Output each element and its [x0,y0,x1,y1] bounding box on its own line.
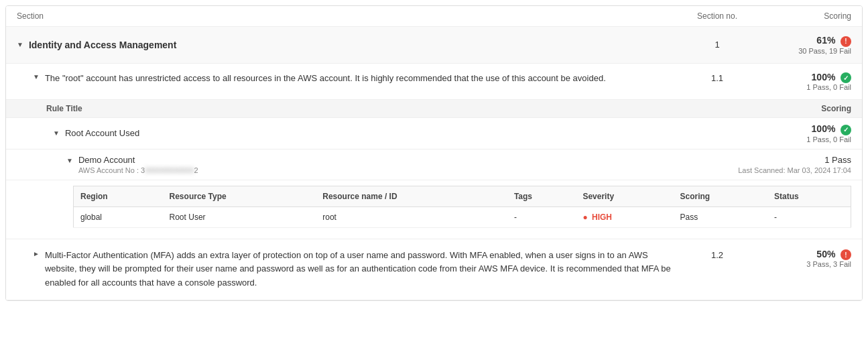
cell-severity: ● HIGH [576,206,673,227]
col-scoring: Scoring [673,186,767,206]
section-1-badge: ! [841,36,851,47]
rule-row: ▼ Root Account Used 100% ✓ 1 Pass, 0 Fai… [6,118,862,149]
cell-status: - [767,206,851,227]
account-row: ▼ Demo Account AWS Account No : 3XXXXXXX… [6,149,862,180]
resource-table: Region Resource Type Resource name / ID … [73,186,851,228]
subsection-11-badge: ✓ [841,72,851,83]
subsection-12-row: ► Multi-Factor Authentication (MFA) adds… [6,239,862,300]
severity-dot: ● [582,213,587,222]
account-pass-count: 1 Pass [738,155,851,165]
account-number-suffix: 2 [194,166,198,174]
subsection-12-pass-fail: 3 Pass, 3 Fail [757,260,851,268]
cell-tags: - [507,206,576,227]
account-number-blurred: XXXXXXXXXX [145,166,194,174]
rule-header-row: Rule Title Scoring [6,100,862,118]
subsection-11-text: The "root" account has unrestricted acce… [45,72,677,85]
subsection-11-number: 1.1 [677,72,757,83]
col-tags: Tags [507,186,576,206]
section-1-pct: 61% [816,35,835,46]
cell-region: global [74,206,163,227]
account-number: AWS Account No : 3XXXXXXXXXX2 [78,166,738,174]
section-1-number: 1 [677,40,757,50]
account-chevron[interactable]: ▼ [66,157,73,164]
header-section-no: Section no. [677,11,757,21]
subsection-12-description: Multi-Factor Authentication (MFA) adds a… [45,250,671,288]
section-1-title: Identity and Access Management [29,40,677,50]
col-severity: Severity [576,186,673,206]
subsection-11-pass-fail: 1 Pass, 0 Fail [757,83,851,91]
rule-scoring: 100% ✓ 1 Pass, 0 Fail [757,123,851,143]
subsection-11-pct: 100% [812,72,836,82]
rule-pass-fail: 1 Pass, 0 Fail [757,135,851,143]
table-header-row: Region Resource Type Resource name / ID … [74,186,851,206]
section-1-row: ▼ Identity and Access Management 1 61% !… [6,27,862,64]
account-last-scanned: Last Scanned: Mar 03, 2024 17:04 [738,166,851,174]
col-resource-name: Resource name / ID [316,186,507,206]
subsection-12-scoring: 50% ! 3 Pass, 3 Fail [757,249,851,269]
header-section: Section [17,11,677,21]
subsection-11-description: The "root" account has unrestricted acce… [45,73,606,83]
header-scoring: Scoring [757,11,851,21]
section-1-chevron[interactable]: ▼ [17,41,23,48]
account-number-prefix: AWS Account No : 3 [78,166,145,174]
subsection-12-text: Multi-Factor Authentication (MFA) adds a… [45,249,677,290]
subsection-11-row: ▼ The "root" account has unrestricted ac… [6,64,862,101]
subsection-11-scoring: 100% ✓ 1 Pass, 0 Fail [757,72,851,92]
rule-badge: ✓ [841,125,851,135]
account-name: Demo Account [78,155,738,165]
subsection-12-number: 1.2 [677,249,757,260]
cell-resource-type: Root User [163,206,316,227]
rule-pct: 100% [812,123,836,134]
col-status: Status [767,186,851,206]
section-1-pass-fail: 30 Pass, 19 Fail [757,47,851,55]
resource-table-container: Region Resource Type Resource name / ID … [6,180,862,239]
subsection-11-chevron[interactable]: ▼ [33,73,40,80]
subsection-12-pct: 50% [816,249,835,259]
section-1-scoring: 61% ! 30 Pass, 19 Fail [757,35,851,55]
cell-resource-name: root [316,206,507,227]
subsection-12-badge: ! [841,249,851,260]
col-resource-type: Resource Type [163,186,316,206]
main-container: Section Section no. Scoring ▼ Identity a… [5,5,863,301]
table-header: Section Section no. Scoring [6,6,862,27]
severity-label: HIGH [592,213,612,222]
rule-title: Root Account Used [65,128,757,138]
rule-title-header-label: Rule Title [46,104,82,113]
rule-chevron[interactable]: ▼ [53,129,60,137]
table-row: global Root User root - ● HIGH Pass - [74,206,851,227]
account-right: 1 Pass Last Scanned: Mar 03, 2024 17:04 [738,155,851,174]
rule-scoring-header-label: Scoring [821,104,851,113]
account-info: Demo Account AWS Account No : 3XXXXXXXXX… [78,155,738,174]
subsection-12-chevron[interactable]: ► [33,250,40,257]
col-region: Region [74,186,163,206]
cell-scoring: Pass [673,206,767,227]
